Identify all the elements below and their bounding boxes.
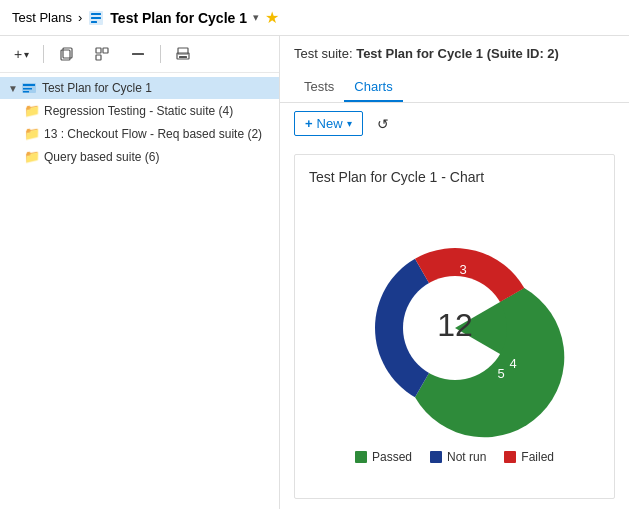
new-label: New	[317, 116, 343, 131]
plan-icon	[88, 10, 104, 26]
toolbar-separator	[43, 45, 44, 63]
main-layout: + ▾	[0, 36, 629, 509]
svg-rect-9	[132, 53, 144, 55]
add-plus-icon: +	[14, 46, 22, 62]
left-toolbar: + ▾	[0, 36, 279, 73]
folder-icon: 📁	[24, 126, 40, 141]
notrun-legend-label: Not run	[447, 450, 486, 464]
folder-icon: 📁	[24, 103, 40, 118]
print-icon	[175, 46, 191, 62]
refresh-icon: ↺	[377, 116, 389, 132]
collapse-icon	[130, 46, 146, 62]
svg-rect-1	[91, 13, 101, 15]
suite-label: Test suite:	[294, 46, 353, 61]
suite-title: Test suite: Test Plan for Cycle 1 (Suite…	[294, 46, 615, 61]
chart-container: Test Plan for Cycle 1 - Chart	[294, 154, 615, 499]
collapse-button[interactable]	[124, 42, 152, 66]
right-panel: Test suite: Test Plan for Cycle 1 (Suite…	[280, 36, 629, 509]
svg-rect-2	[91, 17, 101, 19]
tree-item-label: Query based suite (6)	[44, 150, 159, 164]
new-button[interactable]: + New ▾	[294, 111, 363, 136]
left-panel: + ▾	[0, 36, 280, 509]
failed-label: 3	[459, 262, 466, 277]
expand-button[interactable]	[88, 42, 116, 66]
title-dropdown-btn[interactable]: ▾	[253, 11, 259, 24]
legend-failed: Failed	[504, 450, 554, 464]
refresh-button[interactable]: ↺	[371, 112, 395, 136]
passed-legend-label: Passed	[372, 450, 412, 464]
legend-passed: Passed	[355, 450, 412, 464]
right-toolbar: + New ▾ ↺	[280, 103, 629, 144]
expand-icon	[94, 46, 110, 62]
svg-rect-6	[96, 48, 101, 53]
tab-tests[interactable]: Tests	[294, 73, 344, 102]
failed-legend-box	[504, 451, 516, 463]
favorite-star[interactable]: ★	[265, 8, 279, 27]
suite-name: Test Plan for Cycle 1 (Suite ID: 2)	[356, 46, 559, 61]
legend-notrun: Not run	[430, 450, 486, 464]
tab-charts[interactable]: Charts	[344, 73, 402, 102]
add-button[interactable]: + ▾	[8, 42, 35, 66]
tree-item[interactable]: 📁 Regression Testing - Static suite (4)	[0, 99, 279, 122]
svg-rect-16	[23, 91, 29, 93]
tree-root-label: Test Plan for Cycle 1	[42, 81, 152, 95]
expand-arrow-icon: ▼	[8, 83, 18, 94]
breadcrumb-test-plans[interactable]: Test Plans	[12, 10, 72, 25]
print-button[interactable]	[169, 42, 197, 66]
notrun-legend-box	[430, 451, 442, 463]
svg-rect-7	[103, 48, 108, 53]
new-plus-icon: +	[305, 116, 313, 131]
notrun-value-label: 4	[510, 356, 517, 371]
breadcrumb-chevron: ›	[78, 10, 82, 25]
tree-item[interactable]: 📁 Query based suite (6)	[0, 145, 279, 168]
svg-rect-12	[179, 56, 187, 58]
tree-item-label: Regression Testing - Static suite (4)	[44, 104, 233, 118]
plan-tree-icon	[22, 81, 38, 95]
failed-legend-label: Failed	[521, 450, 554, 464]
tree-root-item[interactable]: ▼ Test Plan for Cycle 1	[0, 77, 279, 99]
donut-chart-wrapper: 12 3 5 4	[309, 197, 600, 484]
passed-legend-box	[355, 451, 367, 463]
chart-area: Test Plan for Cycle 1 - Chart	[280, 144, 629, 509]
svg-rect-14	[23, 84, 35, 86]
chart-title: Test Plan for Cycle 1 - Chart	[309, 169, 600, 185]
app-header: Test Plans › Test Plan for Cycle 1 ▾ ★	[0, 0, 629, 36]
right-header: Test suite: Test Plan for Cycle 1 (Suite…	[280, 36, 629, 73]
svg-rect-15	[23, 88, 32, 90]
tab-bar: Tests Charts	[280, 73, 629, 103]
add-dropdown-icon: ▾	[24, 49, 29, 60]
new-dropdown-icon: ▾	[347, 118, 352, 129]
toolbar-separator-2	[160, 45, 161, 63]
test-suite-tree: ▼ Test Plan for Cycle 1 📁 Regression Tes…	[0, 73, 279, 509]
chart-total-text: 12	[437, 307, 473, 343]
copy-button[interactable]	[52, 42, 80, 66]
copy-icon	[58, 46, 74, 62]
svg-rect-3	[91, 21, 97, 23]
tree-item[interactable]: 📁 13 : Checkout Flow - Req based suite (…	[0, 122, 279, 145]
page-title: Test Plan for Cycle 1	[110, 10, 247, 26]
svg-rect-8	[96, 55, 101, 60]
passed-label: 5	[497, 366, 504, 381]
folder-icon: 📁	[24, 149, 40, 164]
chart-legend: Passed Not run Failed	[355, 450, 554, 464]
donut-chart-main: 12 3 5 4	[345, 218, 565, 438]
tree-item-label: 13 : Checkout Flow - Req based suite (2)	[44, 127, 262, 141]
